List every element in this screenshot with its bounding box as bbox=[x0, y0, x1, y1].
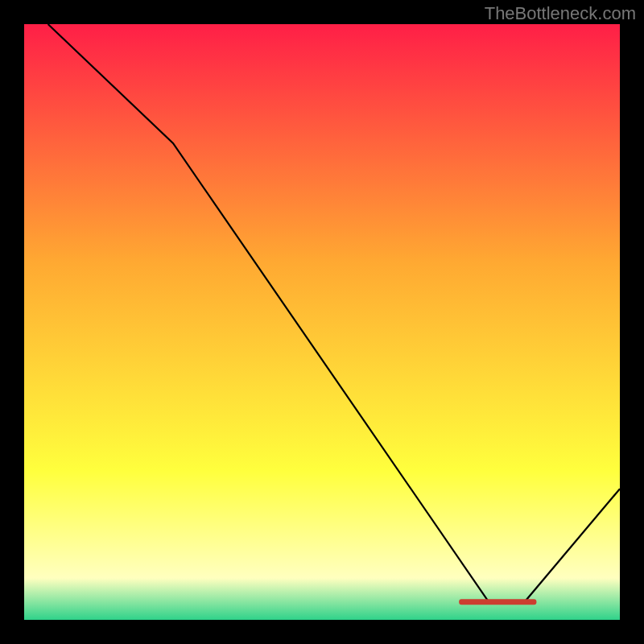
optimal-marker bbox=[459, 599, 536, 605]
gradient-background bbox=[24, 24, 620, 620]
watermark-text: TheBottleneck.com bbox=[485, 3, 636, 24]
chart-plot-area bbox=[24, 24, 620, 620]
chart-svg bbox=[24, 24, 620, 620]
